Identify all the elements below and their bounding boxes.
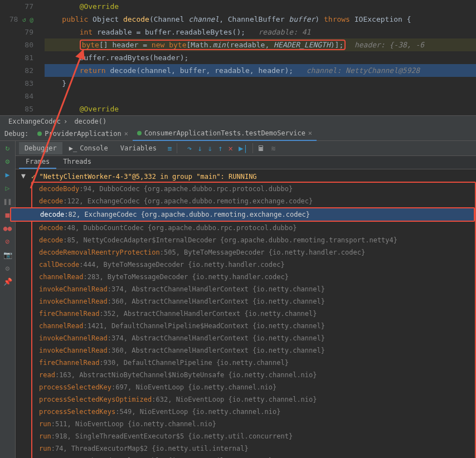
stack-frame[interactable]: run:30, FastThreadLocalRunnable {io.nett…	[32, 455, 475, 458]
close-icon[interactable]: ×	[308, 129, 312, 137]
resume-icon[interactable]: ▶	[3, 170, 12, 179]
stack-frame[interactable]: invokeChannelRead:360, AbstractChannelHa…	[32, 344, 475, 357]
stack-frame[interactable]: callDecode:444, ByteToMessageDecoder {io…	[32, 259, 475, 271]
force-step-icon[interactable]: ⇓	[208, 144, 212, 153]
line-number[interactable]: 84	[0, 90, 45, 103]
drop-frame-icon[interactable]: ✕	[228, 144, 232, 153]
camera-icon[interactable]: 📷	[3, 250, 12, 259]
stack-frame[interactable]: read:163, AbstractNioByteChannel$NioByte…	[32, 369, 475, 381]
settings-icon[interactable]: ⚙	[3, 264, 12, 272]
pin-icon[interactable]: 📌	[3, 277, 12, 286]
code-line[interactable]: return decode(channel, buffer, readable,…	[45, 64, 476, 77]
stack-frame[interactable]: fireChannelRead:930, DefaultChannelPipel…	[32, 357, 475, 369]
stack-frame[interactable]: processSelectedKey:697, NioEventLoop {io…	[32, 381, 475, 393]
threads-icon[interactable]: ≡	[168, 144, 172, 153]
code-line[interactable]	[45, 90, 476, 103]
collapse-icon[interactable]: ▼	[21, 172, 26, 180]
stack-frame[interactable]: decodeRemovalReentryProtection:505, Byte…	[32, 246, 475, 259]
console-tab[interactable]: ▶_Console	[64, 142, 114, 154]
line-number[interactable]: 81	[0, 51, 45, 64]
stack-frame[interactable]: decode:85, NettyCodecAdapter$InternalDec…	[32, 234, 475, 246]
step-over-icon[interactable]: ↷	[187, 144, 192, 153]
run-dot-icon	[37, 131, 42, 136]
breadcrumb-method[interactable]: decode()	[71, 118, 109, 125]
step-out-icon[interactable]: ↑	[218, 144, 222, 153]
line-number[interactable]: 77	[0, 0, 45, 13]
stack-frame[interactable]: decode:48, DubboCountCodec {org.apache.d…	[32, 222, 475, 234]
calc-icon[interactable]: 🖩	[258, 144, 265, 153]
variables-tab[interactable]: Variables	[115, 142, 162, 154]
gutter: 7778 ↺ @79808182838485	[0, 0, 45, 115]
frames-tab[interactable]: Frames	[19, 156, 56, 169]
close-icon[interactable]: ×	[124, 130, 128, 138]
stack-frame[interactable]: run:918, SingleThreadEventExecutor$5 {io…	[32, 430, 475, 442]
debugger-tab[interactable]: Debugger	[19, 142, 62, 154]
debug-toolbar: ↻ ⚙ ▶ ▷ ❚❚ ■ ●● ⊘ 📷 ⚙ 📌	[0, 141, 16, 458]
stack-frame[interactable]: decode:122, ExchangeCodec {org.apache.du…	[32, 195, 475, 207]
mute-icon[interactable]: ⊘	[3, 237, 12, 246]
run-cursor-icon[interactable]: ▶|	[239, 144, 248, 153]
rerun-icon[interactable]: ↻	[3, 143, 12, 152]
code-line[interactable]: public Object decode(Channel channel, Ch…	[45, 13, 476, 26]
breadcrumb-class[interactable]: ExchangeCodec	[6, 118, 64, 125]
code-line[interactable]: @Override	[45, 0, 476, 13]
stack-frame[interactable]: invokeChannelRead:360, AbstractChannelHa…	[32, 295, 475, 308]
watch-icon[interactable]: ≋	[271, 144, 276, 153]
code-line[interactable]: int readable = buffer.readableBytes(); r…	[45, 26, 476, 38]
run-config-tab[interactable]: ProviderApplication×	[33, 127, 133, 141]
breakpoints-icon[interactable]: ●●	[3, 223, 12, 232]
pause-icon[interactable]: ❚❚	[3, 197, 12, 206]
stack-frame[interactable]: fireChannelRead:352, AbstractChannelHand…	[32, 308, 475, 320]
line-number[interactable]: 85	[0, 103, 45, 115]
run-config-tab[interactable]: ConsumerApplicationTests.testDemoService…	[133, 127, 317, 141]
threads-tab[interactable]: Threads	[56, 156, 98, 169]
modify-icon[interactable]: ⚙	[3, 157, 12, 165]
step-into-icon[interactable]: ↓	[197, 144, 202, 153]
code-line[interactable]: }	[45, 77, 476, 90]
code-line[interactable]: byte[] header = new byte[Math.min(readab…	[45, 38, 476, 51]
stack-frame[interactable]: decodeBody:94, DubboCodec {org.apache.du…	[32, 183, 475, 195]
line-number[interactable]: 82	[0, 64, 45, 77]
run-dot-icon	[137, 131, 142, 135]
debug-label: Debug:	[0, 130, 33, 138]
stack-frame[interactable]: invokeChannelRead:374, AbstractChannelHa…	[32, 332, 475, 344]
line-number[interactable]: 79	[0, 26, 45, 38]
breadcrumb[interactable]: ExchangeCodec› decode()	[0, 115, 476, 127]
play-icon[interactable]: ▷	[3, 183, 12, 192]
debug-subtabs: Debugger ▶_Console Variables ≡ ↷ ↓ ⇓ ↑ ✕…	[16, 141, 476, 156]
debug-header: Debug: ProviderApplication×ConsumerAppli…	[0, 127, 476, 141]
stack-frame[interactable]: invokeChannelRead:374, AbstractChannelHa…	[32, 283, 475, 295]
console-icon: ▶_	[69, 144, 77, 152]
stack-frame[interactable]: channelRead:283, ByteToMessageDecoder {i…	[32, 271, 475, 283]
code-line[interactable]: @Override	[45, 103, 476, 115]
frames-panel[interactable]: ▼ ✓ "NettyClientWorker-4-3"@5,332 in gro…	[16, 169, 476, 458]
stack-frame[interactable]: processSelectedKeys:549, NioEventLoop {i…	[32, 406, 475, 418]
stack-frame[interactable]: run:74, ThreadExecutorMap$2 {io.netty.ut…	[32, 442, 475, 455]
stack-frame[interactable]: channelRead:1421, DefaultChannelPipeline…	[32, 320, 475, 332]
stack-frame[interactable]: run:511, NioEventLoop {io.netty.channel.…	[32, 418, 475, 430]
stack-frame[interactable]: processSelectedKeysOptimized:632, NioEve…	[32, 393, 475, 406]
line-number[interactable]: 83	[0, 77, 45, 90]
code-line[interactable]: buffer.readBytes(header);	[45, 51, 476, 64]
stack-frame[interactable]: decode:82, ExchangeCodec {org.apache.dub…	[10, 207, 475, 222]
line-number[interactable]: 80	[0, 38, 45, 51]
line-number[interactable]: 78 ↺ @	[0, 13, 45, 26]
thread-header[interactable]: ✓ "NettyClientWorker-4-3"@5,332 in group…	[31, 172, 476, 182]
code-editor[interactable]: 7778 ↺ @79808182838485 @Override public …	[0, 0, 476, 115]
